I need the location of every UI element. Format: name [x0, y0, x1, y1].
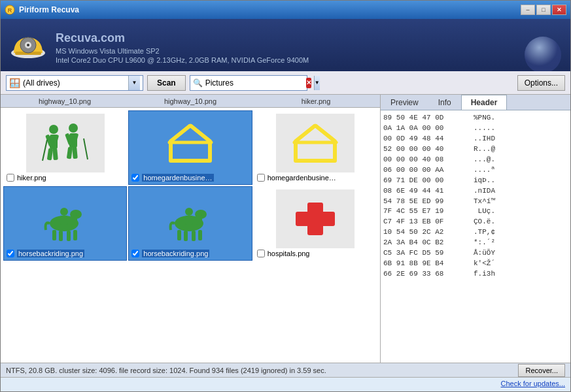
window-title: Piriform Recuva — [19, 5, 517, 14]
svg-rect-31 — [73, 230, 77, 240]
file-name: horsebackriding.png — [142, 250, 209, 257]
svg-line-22 — [84, 139, 88, 159]
hex-row: 08 6E 49 44 41.nIDA — [383, 186, 568, 197]
drive-selector[interactable]: 🪟 (All drives) ▼ — [6, 75, 143, 91]
hex-row: 54 78 5E ED 99Tx^í™ — [383, 197, 568, 207]
minimize-button[interactable]: – — [521, 5, 535, 15]
svg-marker-24 — [294, 125, 336, 142]
file-item[interactable]: homegardenbusiness.... — [128, 110, 252, 185]
hex-row: 69 71 DE 00 00iqÞ.. — [383, 176, 568, 186]
svg-point-6 — [27, 44, 29, 46]
file-item-label: hiker.png — [7, 174, 124, 182]
file-thumbnail — [151, 114, 230, 172]
file-name: homegardenbusiness.... — [142, 174, 214, 182]
hex-row: 00 00 00 40 08...@. — [383, 155, 568, 165]
tab-header[interactable]: Header — [461, 95, 508, 110]
drive-dropdown-button[interactable]: ▼ — [128, 76, 140, 90]
app-name: Recuva.com — [56, 26, 515, 46]
tab-bar: Preview Info Header — [381, 95, 570, 110]
svg-rect-42 — [185, 216, 193, 225]
close-button[interactable]: ✕ — [552, 5, 566, 15]
hex-row: 2A 3A B4 0C B2*:.´² — [383, 238, 568, 248]
app-icon: R — [5, 5, 15, 15]
hex-row: 89 50 4E 47 0D%PNG. — [383, 113, 568, 123]
hex-row: 06 00 00 00 AA....ª — [383, 165, 568, 176]
hex-row: C7 4F 13 EB 0FÇO.ë. — [383, 217, 568, 227]
file-checkbox[interactable] — [131, 174, 139, 182]
drive-label: (All drives) — [23, 78, 128, 88]
svg-text:R: R — [8, 7, 12, 14]
svg-line-21 — [43, 140, 47, 161]
scan-button[interactable]: Scan — [147, 75, 186, 91]
file-name: hospitals.png — [268, 250, 310, 257]
svg-rect-20 — [72, 147, 78, 159]
svg-rect-39 — [192, 231, 196, 241]
app-header: Recuva.com MS Windows Vista Ultimate SP2… — [1, 19, 570, 71]
file-checkbox[interactable] — [257, 250, 265, 257]
file-item[interactable]: horsebackriding.png — [128, 186, 252, 261]
file-name: hiker.png — [17, 174, 46, 182]
file-checkbox[interactable] — [7, 250, 14, 257]
bottombar: Check for updates... — [1, 377, 570, 391]
svg-rect-19 — [66, 147, 72, 159]
tab-preview[interactable]: Preview — [381, 95, 428, 110]
app-logo — [9, 25, 48, 65]
col-header-2: highway_10.png — [129, 97, 252, 105]
file-item[interactable]: hiker.png — [3, 110, 127, 185]
file-browser: highway_10.png highway_10.png hiker.png — [1, 95, 381, 363]
file-item-label: homegardenbusiness.... — [257, 174, 374, 182]
file-item[interactable]: horsebackriding.png — [3, 186, 127, 261]
file-item[interactable]: homegardenbusiness.... — [254, 110, 377, 185]
hex-row: 52 00 00 00 40R...@ — [383, 144, 568, 155]
file-name: homegardenbusiness.... — [268, 174, 339, 182]
toolbar: 🪟 (All drives) ▼ Scan 🔍 ✕ ▼ Options... — [1, 71, 570, 95]
check-updates-link[interactable]: Check for updates... — [501, 380, 565, 389]
tab-info[interactable]: Info — [428, 95, 461, 110]
file-list-header: highway_10.png highway_10.png hiker.png — [1, 95, 380, 108]
svg-point-15 — [69, 123, 78, 133]
svg-rect-37 — [177, 230, 181, 240]
app-header-text: Recuva.com MS Windows Vista Ultimate SP2… — [56, 26, 515, 65]
svg-rect-44 — [296, 212, 335, 226]
file-thumbnail — [26, 189, 105, 248]
hex-row: C5 3A FC D5 59Å:üÕY — [383, 248, 568, 259]
file-checkbox[interactable] — [7, 174, 14, 182]
hex-view[interactable]: 89 50 4E 47 0D%PNG. 0A 1A 0A 00 00..... … — [381, 110, 570, 363]
svg-point-9 — [49, 125, 58, 134]
file-checkbox[interactable] — [257, 174, 265, 182]
svg-point-32 — [60, 208, 68, 216]
status-text: NTFS, 20.8 GB. cluster size: 4096. file … — [6, 367, 513, 374]
svg-rect-27 — [71, 213, 77, 225]
sys-info-line1: MS Windows Vista Ultimate SP2 — [56, 47, 515, 55]
col-header-3: hiker.png — [254, 97, 377, 105]
file-item-label: hospitals.png — [257, 250, 374, 257]
main-window: R Piriform Recuva – □ ✕ — [0, 0, 571, 392]
svg-rect-13 — [46, 148, 52, 161]
hex-row: 7F 4C 55 E7 19 LUç. — [383, 206, 568, 217]
recover-button[interactable]: Recover... — [518, 364, 565, 377]
svg-rect-30 — [67, 231, 71, 241]
hex-row: 10 54 50 2C A2.TP,¢ — [383, 227, 568, 238]
window-controls: – □ ✕ — [521, 5, 566, 15]
options-button[interactable]: Options... — [517, 75, 565, 91]
svg-rect-14 — [52, 148, 58, 161]
filter-input[interactable] — [205, 78, 303, 88]
file-name: horsebackriding.png — [17, 250, 84, 257]
svg-rect-40 — [198, 230, 202, 240]
filter-icon: 🔍 — [193, 78, 203, 88]
main-content: highway_10.png highway_10.png hiker.png — [1, 95, 570, 363]
file-item-label: homegardenbusiness.... — [131, 174, 249, 182]
filter-dropdown-button[interactable]: ▼ — [314, 76, 320, 90]
file-item-label: horsebackriding.png — [7, 250, 124, 257]
maximize-button[interactable]: □ — [536, 5, 551, 15]
svg-rect-33 — [60, 216, 68, 225]
col-header-1: highway_10.png — [3, 97, 126, 105]
titlebar: R Piriform Recuva – □ ✕ — [1, 1, 570, 19]
svg-rect-28 — [52, 230, 56, 240]
file-item[interactable]: hospitals.png — [254, 186, 377, 261]
sys-info-line2: Intel Core2 Duo CPU L9600 @ 2.13GHz, 2.0… — [56, 56, 515, 64]
filter-clear-button[interactable]: ✕ — [306, 78, 311, 88]
filter-wrapper[interactable]: 🔍 ✕ ▼ — [190, 75, 307, 91]
windows-icon: 🪟 — [9, 78, 20, 88]
file-checkbox[interactable] — [131, 250, 139, 257]
